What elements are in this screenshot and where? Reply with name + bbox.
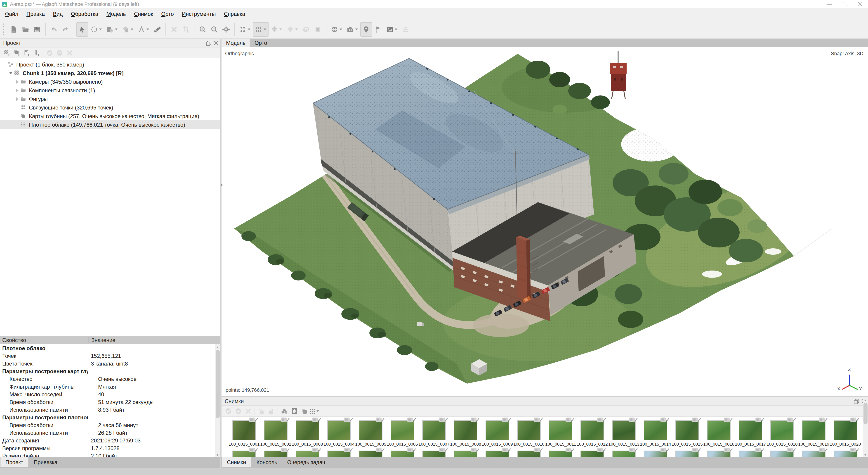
photo-thumbnail[interactable]: ✓	[798, 451, 830, 457]
photo-thumbnail[interactable]: ✓100_0015_0016	[703, 420, 735, 446]
disable-camera-button[interactable]	[233, 407, 243, 416]
photo-thumbnail[interactable]: ✓100_0015_0008	[450, 420, 482, 446]
toolbar-grip[interactable]	[2, 23, 5, 35]
tree-item-1[interactable]: Chunk 1 (350 камер, 320,695 точек) [R]	[0, 69, 220, 77]
photo-thumbnail[interactable]: ✓	[260, 451, 291, 457]
menu-Справка[interactable]: Справка	[220, 9, 249, 19]
capture-view-button[interactable]	[344, 22, 360, 36]
enable-item-button[interactable]	[45, 48, 55, 57]
photo-thumbnail[interactable]: ✓	[545, 451, 577, 457]
bottom-dock-tab-Консоль[interactable]: Консоль	[251, 457, 282, 467]
add-photos-button[interactable]	[12, 48, 22, 57]
photo-thumbnail[interactable]: ✓100_0015_0014	[640, 420, 671, 446]
photo-thumbnail[interactable]: ✓	[228, 451, 260, 457]
photo-thumbnail[interactable]: ✓	[830, 451, 861, 457]
zoom-out-button[interactable]	[209, 22, 220, 36]
filter-photos-button[interactable]	[279, 407, 289, 416]
undo-button[interactable]	[48, 22, 60, 36]
photo-thumbnail[interactable]: ✓100_0015_0002	[260, 420, 291, 446]
remove-camera-button[interactable]	[243, 407, 253, 416]
photo-thumbnail[interactable]: ✓	[482, 451, 513, 457]
ruler-tool-button[interactable]	[151, 22, 163, 36]
expander-icon[interactable]	[8, 72, 13, 74]
menu-Вид[interactable]: Вид	[49, 9, 67, 19]
photo-thumbnail[interactable]: ✓100_0015_0017	[735, 420, 766, 446]
photo-thumbnail[interactable]: ✓100_0015_0004	[323, 420, 355, 446]
photo-thumbnail[interactable]: ✓100_0015_0019	[798, 420, 830, 446]
expander-icon[interactable]	[14, 97, 20, 101]
menu-Снимок[interactable]: Снимок	[130, 9, 157, 19]
move-object-tool-button[interactable]	[120, 22, 135, 36]
photo-thumbnail[interactable]: ✓100_0015_0010	[513, 420, 545, 446]
expander-icon[interactable]	[14, 80, 20, 84]
view-tab-Модель[interactable]: Модель	[221, 39, 250, 47]
mask-button[interactable]	[289, 407, 299, 416]
show-tiled-model-button[interactable]	[312, 22, 324, 36]
rotate-view-tool-button[interactable]	[88, 22, 104, 36]
close-panel-icon[interactable]	[214, 41, 218, 45]
tree-item-5[interactable]: Связующие точки (320,695 точек)	[0, 103, 220, 112]
photo-thumbnail[interactable]: ✓100_0015_0011	[545, 420, 577, 446]
float-panel-icon[interactable]	[854, 399, 859, 404]
photo-thumbnail[interactable]: ✓	[671, 451, 703, 457]
minimize-button[interactable]	[822, 0, 837, 8]
model-viewport[interactable]: Orthographic Snap: Axis, 3D points: 149,…	[221, 47, 868, 396]
photo-thumbnail[interactable]: ✓	[577, 451, 608, 457]
selection-tool-button[interactable]	[76, 22, 88, 36]
crop-tool-button[interactable]	[180, 22, 192, 36]
tree-item-6[interactable]: Карты глубины (257, Очень высокое качест…	[0, 112, 220, 120]
open-project-button[interactable]	[20, 22, 31, 36]
new-project-button[interactable]	[8, 22, 20, 36]
photo-thumbnail[interactable]: ✓100_0015_0007	[418, 420, 450, 446]
add-scalebar-button[interactable]	[32, 48, 41, 57]
photo-thumbnail[interactable]: ✓	[323, 451, 355, 457]
disable-item-button[interactable]	[55, 48, 65, 57]
left-dock-tab-Проект[interactable]: Проект	[0, 457, 29, 467]
menu-Орто[interactable]: Орто	[157, 9, 178, 19]
show-mesh-button[interactable]	[269, 22, 284, 36]
show-markers-button[interactable]	[360, 22, 372, 36]
photo-thumbnail[interactable]: ✓100_0015_0015	[671, 420, 703, 446]
show-dense-cloud-button[interactable]	[253, 22, 269, 36]
redo-button[interactable]	[60, 22, 71, 36]
thumbnail-size-button[interactable]	[309, 407, 319, 416]
properties-scrollbar[interactable]: ▲▼	[215, 344, 220, 457]
delete-tool-button[interactable]	[168, 22, 180, 36]
add-marker-button[interactable]	[22, 48, 32, 57]
fit-view-button[interactable]	[220, 22, 232, 36]
photo-thumbnail[interactable]: ✓	[418, 451, 450, 457]
enable-camera-button[interactable]	[223, 407, 233, 416]
photo-thumbnail[interactable]: ✓	[735, 451, 766, 457]
photo-thumbnail[interactable]: ✓100_0015_0012	[577, 420, 608, 446]
close-button[interactable]	[852, 0, 868, 8]
menu-Обработка[interactable]: Обработка	[67, 9, 102, 19]
overlap-button[interactable]	[299, 407, 309, 416]
tree-item-2[interactable]: Камеры (345/350 выровнено)	[0, 77, 220, 86]
bottom-dock-tab-Снимки[interactable]: Снимки	[221, 457, 251, 467]
rotate-right-button[interactable]	[266, 407, 276, 416]
photo-thumbnail[interactable]: ✓	[450, 451, 482, 457]
photo-thumbnail[interactable]: ✓100_0015_0006	[386, 420, 418, 446]
menu-Правка[interactable]: Правка	[22, 9, 49, 19]
view-tab-Орто[interactable]: Орто	[250, 39, 272, 47]
rectangle-selection-tool-button[interactable]	[104, 22, 120, 36]
save-project-button[interactable]	[31, 22, 43, 36]
tree-item-3[interactable]: Компоненты связности (1)	[0, 86, 220, 94]
restore-button[interactable]	[837, 0, 852, 8]
zoom-in-button[interactable]	[197, 22, 209, 36]
float-panel-icon[interactable]	[206, 40, 211, 46]
photo-thumbnail[interactable]: ✓100_0015_0009	[482, 420, 513, 446]
show-texture-button[interactable]	[284, 22, 300, 36]
photo-thumbnail[interactable]: ✓100_0015_0013	[608, 420, 640, 446]
show-shapes-button[interactable]	[300, 22, 312, 36]
photo-thumbnail[interactable]: ✓	[608, 451, 640, 457]
show-tie-points-button[interactable]	[237, 22, 253, 36]
photo-thumbnail[interactable]: ✓	[513, 451, 545, 457]
photo-thumbnail[interactable]: ✓	[766, 451, 798, 457]
expander-icon[interactable]	[14, 88, 20, 92]
bottom-dock-tab-Очередь задач[interactable]: Очередь задач	[282, 457, 330, 467]
rotate-left-button[interactable]	[256, 407, 266, 416]
navigation-tool-button[interactable]	[135, 22, 151, 36]
photo-thumbnail[interactable]: ✓100_0015_0020	[830, 420, 861, 446]
left-dock-tab-Привязка[interactable]: Привязка	[29, 457, 62, 467]
